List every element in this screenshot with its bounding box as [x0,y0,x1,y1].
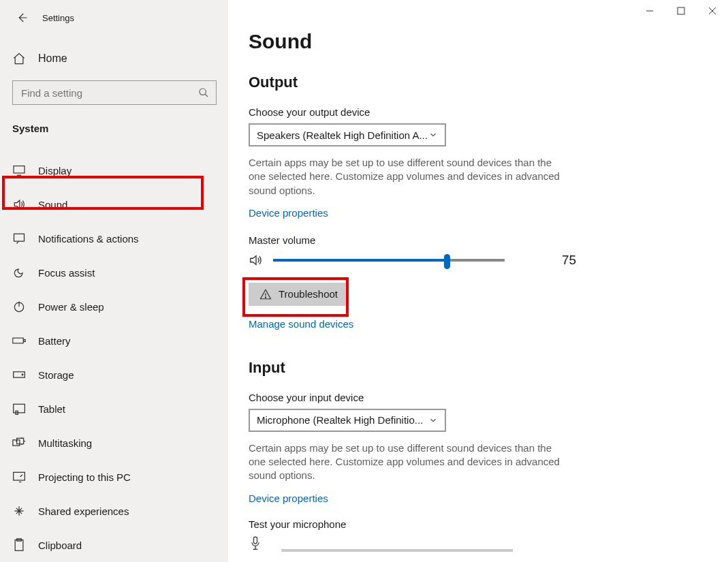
svg-rect-1 [14,166,25,173]
sidebar-item-sound[interactable]: Sound [0,187,228,221]
sidebar-item-power-sleep[interactable]: Power & sleep [0,290,228,324]
input-device-selected: Microphone (Realtek High Definitio... [257,414,423,426]
mic-level-bar [281,549,513,552]
nav-label: Notifications & actions [38,233,139,245]
nav-label: Shared experiences [38,505,129,517]
output-heading: Output [249,74,708,91]
sidebar-item-clipboard[interactable]: Clipboard [0,528,228,562]
settings-window: Settings Home System Display Sound [0,0,728,562]
projecting-icon [12,471,26,483]
svg-rect-8 [14,404,25,413]
chevron-down-icon [428,416,438,425]
input-section: Input Choose your input device Microphon… [249,359,708,552]
sidebar-item-home[interactable]: Home [0,44,228,74]
nav-label: Multitasking [38,437,92,449]
back-button[interactable] [15,11,29,25]
troubleshoot-button[interactable]: Troubleshoot [249,283,349,306]
svg-point-16 [265,297,266,298]
notifications-icon [12,232,26,245]
sidebar-item-battery[interactable]: Battery [0,324,228,358]
svg-rect-2 [14,234,25,241]
nav-label: Tablet [38,403,65,415]
input-device-label: Choose your input device [249,392,708,403]
minimize-icon [646,7,654,15]
sidebar-item-notifications[interactable]: Notifications & actions [0,221,228,255]
output-device-selected: Speakers (Realtek High Definition A... [257,129,428,141]
output-description: Certain apps may be set up to use differ… [249,156,569,198]
speaker-icon [249,253,264,268]
focus-assist-icon [12,266,26,279]
input-device-properties-link[interactable]: Device properties [249,493,328,504]
svg-point-0 [200,89,206,95]
maximize-icon [677,7,685,15]
mic-test-block: Test your microphone [249,518,708,552]
input-heading: Input [249,359,708,377]
sidebar-item-projecting[interactable]: Projecting to this PC [0,460,228,494]
volume-row: 75 [249,253,708,268]
output-device-dropdown[interactable]: Speakers (Realtek High Definition A... [249,123,446,146]
nav-label: Storage [38,369,74,381]
output-device-label: Choose your output device [249,106,708,118]
sound-icon [12,198,26,211]
search-box[interactable] [12,80,217,105]
svg-rect-12 [14,472,25,480]
close-icon [708,7,716,15]
volume-slider-thumb[interactable] [444,254,450,269]
warning-icon [259,288,272,300]
input-description: Certain apps may be set up to use differ… [249,441,569,483]
output-device-properties-link[interactable]: Device properties [249,207,328,219]
sidebar-item-multitasking[interactable]: Multitasking [0,426,228,460]
test-mic-label: Test your microphone [249,518,708,530]
window-title: Settings [42,13,74,23]
main-content: Sound Output Choose your output device S… [228,0,728,562]
svg-rect-11 [17,438,24,443]
svg-rect-13 [15,540,23,551]
storage-icon [12,370,26,379]
display-icon [12,165,26,176]
svg-rect-17 [254,537,257,544]
sidebar-item-tablet[interactable]: Tablet [0,392,228,426]
volume-value: 75 [562,253,576,268]
shared-experiences-icon [12,504,26,518]
minimize-button[interactable] [634,0,665,22]
power-icon [12,300,26,313]
nav-label: Display [38,165,72,176]
nav-label: Sound [38,199,67,210]
battery-icon [12,336,26,345]
master-volume-label: Master volume [249,234,708,246]
sidebar-item-display[interactable]: Display [0,153,228,187]
sidebar-item-shared-experiences[interactable]: Shared experiences [0,494,228,528]
sidebar-item-focus-assist[interactable]: Focus assist [0,255,228,290]
maximize-button[interactable] [665,0,697,22]
nav-label: Clipboard [38,540,82,551]
chevron-down-icon [428,130,438,140]
sidebar: Settings Home System Display Sound [0,0,228,562]
home-label: Home [38,52,67,65]
troubleshoot-label: Troubleshoot [279,288,338,300]
volume-slider[interactable] [273,259,505,262]
tablet-icon [12,403,26,415]
close-button[interactable] [697,0,728,22]
microphone-icon [249,535,262,552]
nav-label: Projecting to this PC [38,471,131,483]
sidebar-item-storage[interactable]: Storage [0,358,228,392]
multitasking-icon [12,437,26,449]
input-device-dropdown[interactable]: Microphone (Realtek High Definitio... [249,409,446,432]
manage-sound-devices-link[interactable]: Manage sound devices [249,318,353,330]
svg-rect-5 [24,339,25,341]
svg-rect-15 [678,7,684,14]
top-row: Settings [0,5,228,30]
search-input[interactable] [20,87,198,99]
clipboard-icon [12,538,26,552]
nav-label: Power & sleep [38,301,104,313]
arrow-left-icon [16,12,28,24]
svg-rect-4 [13,338,23,343]
page-title: Sound [249,30,708,53]
svg-point-7 [22,374,23,375]
search-container [0,80,228,105]
titlebar-controls [634,0,728,22]
nav-label: Focus assist [38,267,95,279]
search-icon [198,87,209,98]
nav-label: Battery [38,335,71,347]
nav-list: Display Sound Notifications & actions Fo… [0,153,228,562]
